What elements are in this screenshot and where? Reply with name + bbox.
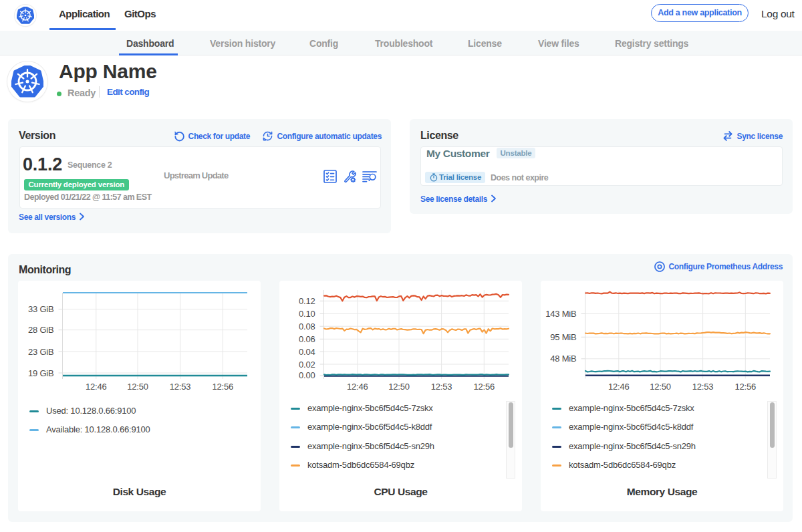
svg-text:19 GiB: 19 GiB (28, 368, 54, 378)
svg-text:28 GiB: 28 GiB (28, 325, 54, 335)
svg-text:33 GiB: 33 GiB (28, 304, 54, 314)
svg-text:95 MiB: 95 MiB (550, 332, 576, 342)
svg-text:0.10: 0.10 (299, 309, 315, 319)
svg-text:12:50: 12:50 (127, 382, 148, 392)
svg-text:12:46: 12:46 (86, 382, 107, 392)
svg-text:143 MiB: 143 MiB (545, 309, 576, 319)
svg-text:0.04: 0.04 (299, 347, 315, 357)
svg-text:0.02: 0.02 (299, 360, 315, 370)
svg-text:12:56: 12:56 (735, 382, 757, 392)
svg-text:12:56: 12:56 (474, 382, 495, 392)
svg-text:0.12: 0.12 (299, 296, 315, 306)
svg-text:48 MiB: 48 MiB (550, 354, 576, 364)
svg-text:0.06: 0.06 (299, 334, 315, 344)
svg-text:12:46: 12:46 (608, 382, 630, 392)
svg-text:12:53: 12:53 (431, 382, 452, 392)
svg-text:23 GiB: 23 GiB (28, 347, 54, 357)
svg-text:12:50: 12:50 (650, 382, 671, 392)
svg-text:0.08: 0.08 (299, 321, 315, 331)
svg-text:12:53: 12:53 (170, 382, 191, 392)
svg-text:12:46: 12:46 (347, 382, 368, 392)
svg-text:0.00: 0.00 (299, 370, 315, 380)
svg-text:12:56: 12:56 (213, 382, 234, 392)
svg-text:12:50: 12:50 (388, 382, 410, 392)
svg-text:12:53: 12:53 (692, 382, 714, 392)
